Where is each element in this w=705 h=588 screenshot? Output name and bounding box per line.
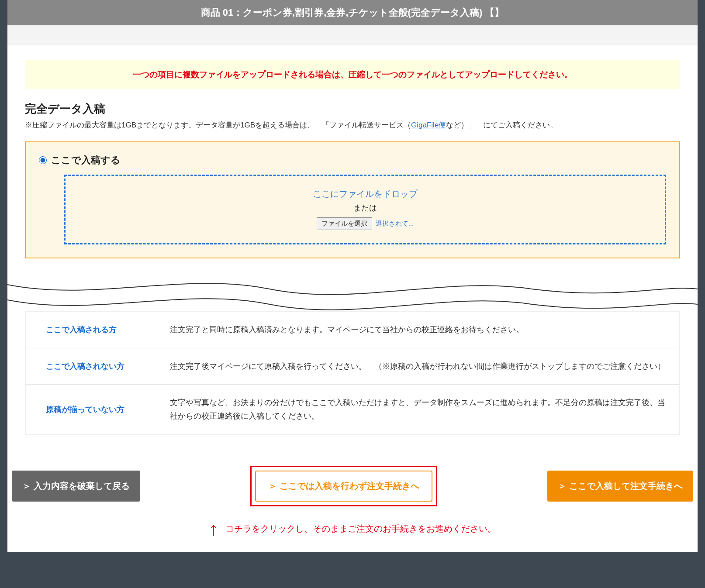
- gigafile-link[interactable]: GigaFile便: [411, 121, 446, 129]
- content-break-wave: [7, 276, 698, 311]
- upload-here-label: ここで入稿する: [51, 154, 121, 167]
- action-button-row: ＞ 入力内容を破棄して戻る ＞ ここでは入稿を行わず注文手続きへ ＞ ここで入稿…: [12, 453, 693, 522]
- page-footer-dark: [0, 552, 705, 587]
- file-dropzone[interactable]: ここにファイルをドロップ または ファイルを選択 選択されて...: [64, 175, 666, 244]
- info-row-submit-later: ここで入稿されない方 注文完了後マイページにて原稿入稿を行ってください。 （※原…: [26, 348, 679, 385]
- section-description: ※圧縮ファイルの最大容量は1GBまでとなります。データ容量が1GBを超える場合は…: [25, 119, 680, 131]
- instruction-annotation: ↑ コチラをクリックし、そのままご注文のお手続きをお進めください。: [7, 519, 698, 552]
- spacer-strip: [7, 25, 698, 45]
- content-area: 一つの項目に複数ファイルをアップロードされる場合は、圧縮して一つのファイルとして…: [7, 45, 698, 276]
- info-row-incomplete: 原稿が揃っていない方 文字や写真など、お決まりの分だけでもここで入稿いただけます…: [26, 385, 679, 434]
- upload-frame: ここで入稿する ここにファイルをドロップ または ファイルを選択 選択されて..…: [25, 141, 680, 258]
- info-row-text: 注文完了後マイページにて原稿入稿を行ってください。 （※原稿の入稿が行われない間…: [161, 348, 679, 385]
- section-desc-pre: ※圧縮ファイルの最大容量は1GBまでとなります。データ容量が1GBを超える場合は…: [25, 121, 411, 129]
- info-section: ここで入稿される方 注文完了と同時に原稿入稿済みとなります。マイページにて当社か…: [7, 311, 698, 452]
- info-row-label: ここで入稿されない方: [26, 348, 161, 385]
- upload-here-radio[interactable]: [39, 156, 47, 164]
- upload-here-option[interactable]: ここで入稿する: [39, 154, 666, 167]
- product-header-title: 商品 01：クーポン券,割引券,金券,チケット全般(完全データ入稿) 【】: [201, 7, 505, 18]
- info-frame: ここで入稿される方 注文完了と同時に原稿入稿済みとなります。マイページにて当社か…: [25, 311, 680, 435]
- info-row-text: 注文完了と同時に原稿入稿済みとなります。マイページにて当社からの校正連絡をお待ち…: [161, 312, 679, 348]
- product-header: 商品 01：クーポン券,割引券,金券,チケット全般(完全データ入稿) 【】: [7, 0, 698, 25]
- upload-notice-text: 一つの項目に複数ファイルをアップロードされる場合は、圧縮して一つのファイルとして…: [133, 70, 573, 79]
- dropzone-text-drop: ここにファイルをドロップ: [74, 188, 656, 200]
- info-row-submit-here: ここで入稿される方 注文完了と同時に原稿入稿済みとなります。マイページにて当社か…: [26, 312, 679, 348]
- up-arrow-icon: ↑: [209, 519, 218, 539]
- info-row-text: 文字や写真など、お決まりの分だけでもここで入稿いただけますと、データ制作をスムー…: [161, 385, 679, 434]
- file-status-text: 選択されて...: [376, 220, 414, 228]
- skip-upload-proceed-button[interactable]: ＞ ここでは入稿を行わず注文手続きへ: [255, 471, 432, 502]
- choose-file-button[interactable]: ファイルを選択: [317, 217, 372, 230]
- upload-notice-banner: 一つの項目に複数ファイルをアップロードされる場合は、圧縮して一つのファイルとして…: [25, 60, 680, 89]
- instruction-annotation-text: コチラをクリックし、そのままご注文のお手続きをお進めください。: [225, 523, 496, 535]
- upload-and-proceed-button[interactable]: ＞ ここで入稿して注文手続きへ: [547, 471, 693, 502]
- section-title: 完全データ入稿: [25, 101, 680, 117]
- dropzone-text-or: または: [74, 203, 656, 213]
- skip-upload-highlight: ＞ ここでは入稿を行わず注文手続きへ: [250, 466, 437, 506]
- info-row-label: ここで入稿される方: [26, 312, 161, 348]
- section-desc-post: など）」 にてご入稿ください。: [446, 121, 557, 129]
- info-table: ここで入稿される方 注文完了と同時に原稿入稿済みとなります。マイページにて当社か…: [26, 312, 679, 434]
- page-container: 商品 01：クーポン券,割引券,金券,チケット全般(完全データ入稿) 【】 一つ…: [7, 0, 698, 552]
- info-row-label: 原稿が揃っていない方: [26, 385, 161, 434]
- discard-and-back-button[interactable]: ＞ 入力内容を破棄して戻る: [12, 471, 140, 502]
